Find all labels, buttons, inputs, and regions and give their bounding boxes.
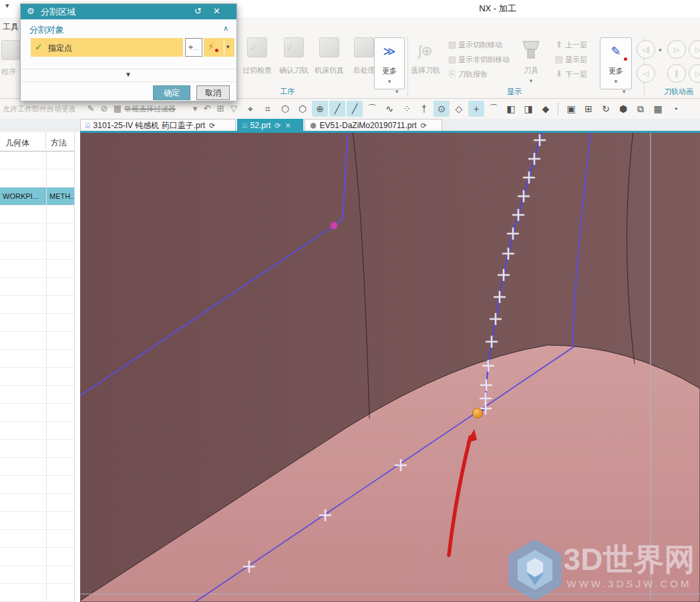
gouge-check-button[interactable]: 过切检查: [239, 37, 275, 75]
rotate-view-icon[interactable]: ↻: [598, 101, 614, 117]
navigator-row[interactable]: [0, 422, 74, 440]
layer-up[interactable]: ⬆上一层: [553, 37, 587, 52]
reset-icon[interactable]: ↺: [194, 6, 202, 16]
toolpath-report[interactable]: ⎘刀轨报告: [446, 67, 510, 81]
snap-polyline-icon[interactable]: ∿: [381, 101, 397, 117]
navigator-row[interactable]: [0, 260, 74, 278]
gear-icon: ⚙: [27, 6, 35, 16]
point-type-dropdown-icon[interactable]: ▾: [226, 43, 230, 50]
view-window-icon[interactable]: ▣: [563, 101, 579, 117]
snap-arc-center-icon[interactable]: ⊙: [433, 101, 450, 117]
model-canvas[interactable]: 3D世界网WWW.3DSJW.COM: [80, 133, 700, 602]
filter-general-dropdown-icon[interactable]: ⌗: [260, 101, 276, 117]
pan-view-icon[interactable]: ⊞: [580, 101, 596, 117]
shaded-solid-icon[interactable]: ⬡: [277, 101, 293, 117]
anim-pause-button[interactable]: ∥: [667, 64, 686, 83]
anim-play-button[interactable]: ▷: [667, 40, 686, 59]
close-icon[interactable]: ✕: [213, 6, 220, 16]
snap-intersection-icon[interactable]: +: [468, 101, 484, 117]
display-more-button[interactable]: ✎ 更多 ▾: [600, 37, 632, 89]
section-header-split-object[interactable]: 分割对象: [29, 24, 64, 36]
reload-icon[interactable]: ⟳: [275, 121, 281, 129]
anim-rewind-dropdown[interactable]: ▾: [659, 47, 662, 53]
reload-icon[interactable]: ⟳: [209, 121, 215, 129]
snap-endpoint-icon[interactable]: ╱: [329, 101, 345, 117]
column-geometry[interactable]: 几何体: [0, 133, 46, 149]
navigator-row[interactable]: [0, 152, 74, 170]
anim-step-forward-button[interactable]: ▷: [689, 40, 700, 59]
show-noncutting-moves[interactable]: ▧显示非切削移动: [446, 52, 510, 67]
dialog-titlebar[interactable]: ⚙ 分割区域 ↺ ✕: [21, 4, 236, 19]
inferred-point-dot: [215, 49, 218, 52]
navigator-row[interactable]: [0, 296, 74, 314]
tool-button[interactable]: 刀具 ▾: [516, 37, 546, 85]
show-cutting-moves[interactable]: ▨显示切削移动: [446, 37, 510, 52]
navigator-row[interactable]: [0, 566, 74, 584]
close-tab-icon[interactable]: ✕: [285, 121, 291, 129]
snap-quadrant-icon[interactable]: ◇: [451, 101, 467, 117]
dialog-expander-icon[interactable]: ▼: [125, 71, 132, 78]
reload-icon[interactable]: ⟳: [421, 121, 427, 129]
specify-point-field[interactable]: ✓ 指定点: [31, 38, 183, 57]
navigator-row[interactable]: [0, 224, 74, 242]
tab-part-1[interactable]: ⍗3101-25-IV 钝感机 药口盖子.prt⟳: [80, 119, 236, 131]
tab-part-3[interactable]: ⬢EV51-DaZiMo20190711.prt⟳: [305, 119, 442, 131]
operation-group-launcher[interactable]: ▾: [395, 88, 399, 95]
anim-forward-button[interactable]: ▷: [689, 64, 700, 83]
ribbon-tab-tools[interactable]: 工具: [3, 21, 19, 33]
navigator-row[interactable]: [0, 368, 74, 386]
navigator-row[interactable]: [0, 476, 74, 494]
navigator-row[interactable]: [0, 242, 74, 260]
snap-point-on-surface-icon[interactable]: ◧: [503, 101, 519, 117]
snap-facet-body-icon[interactable]: ◆: [538, 101, 554, 117]
navigator-row[interactable]: [0, 440, 74, 458]
navigator-row[interactable]: [0, 548, 74, 566]
shaded-view-icon[interactable]: ⬢: [615, 101, 631, 117]
navigator-row[interactable]: [0, 512, 74, 530]
navigator-row[interactable]: [0, 314, 74, 332]
filter-solid-cube-icon[interactable]: ⌖: [242, 101, 258, 117]
point-dialog-button[interactable]: +…: [185, 38, 202, 57]
navigator-row[interactable]: [0, 386, 74, 404]
machine-sim-button[interactable]: 机床仿真: [311, 37, 347, 75]
window-layout-icon[interactable]: ▦: [650, 101, 666, 117]
clip-section-icon[interactable]: ◔: [667, 101, 683, 117]
snap-pole-icon[interactable]: †: [416, 101, 432, 117]
wireframe-solid-icon[interactable]: ⬡: [295, 101, 311, 117]
graphics-viewport[interactable]: 3D世界网WWW.3DSJW.COM: [80, 133, 700, 602]
navigator-row[interactable]: [0, 530, 74, 548]
snap-tangent-icon[interactable]: ⌒: [364, 101, 380, 117]
snap-spline-point-icon[interactable]: ⁘: [399, 101, 415, 117]
anim-back-button[interactable]: ◁: [637, 64, 655, 83]
snap-bounded-plane-icon[interactable]: ◨: [520, 101, 536, 117]
column-method[interactable]: 方法: [46, 133, 69, 149]
inferred-point-icon[interactable]: ⚡: [208, 41, 214, 52]
tab-part-2-active[interactable]: ⍗52.prt⟳✕: [237, 119, 303, 131]
navigator-row[interactable]: [0, 332, 74, 350]
navigator-row[interactable]: [0, 494, 74, 512]
navigator-row[interactable]: [0, 404, 74, 422]
show-hidden-edges-icon[interactable]: ⧉: [633, 101, 649, 117]
layer-show[interactable]: ▤显示层: [553, 52, 587, 67]
navigator-row[interactable]: [0, 584, 74, 602]
verify-toolpath-button[interactable]: 确认刀轨: [276, 37, 312, 75]
chevron-up-icon[interactable]: ∧: [223, 24, 228, 33]
ok-button[interactable]: 确定: [153, 85, 190, 100]
snap-enable-icon[interactable]: ⊕: [312, 101, 328, 117]
program-icon[interactable]: [1, 40, 20, 64]
navigator-row-selected[interactable]: WORKPI...METH...: [0, 188, 74, 206]
point-options-field: ⚡ ▾: [204, 38, 234, 57]
select-toolpath-button[interactable]: ʃ⊕ 选择刀轨: [409, 37, 442, 75]
anim-rewind-button[interactable]: ◁|: [637, 40, 655, 59]
snap-point-on-curve-icon[interactable]: ⌒: [486, 101, 502, 117]
navigator-row[interactable]: [0, 458, 74, 476]
navigator-row[interactable]: [0, 206, 74, 224]
display-group-launcher[interactable]: ▾: [623, 88, 626, 95]
navigator-row[interactable]: [0, 350, 74, 368]
navigator-row[interactable]: [0, 170, 74, 188]
layer-down[interactable]: ⬇下一层: [553, 67, 587, 81]
operation-more-button[interactable]: ≫ 更多 ▾: [374, 37, 405, 89]
snap-midpoint-icon[interactable]: ╱: [347, 101, 363, 117]
cancel-button[interactable]: 取消: [196, 85, 230, 100]
navigator-row[interactable]: [0, 278, 74, 296]
